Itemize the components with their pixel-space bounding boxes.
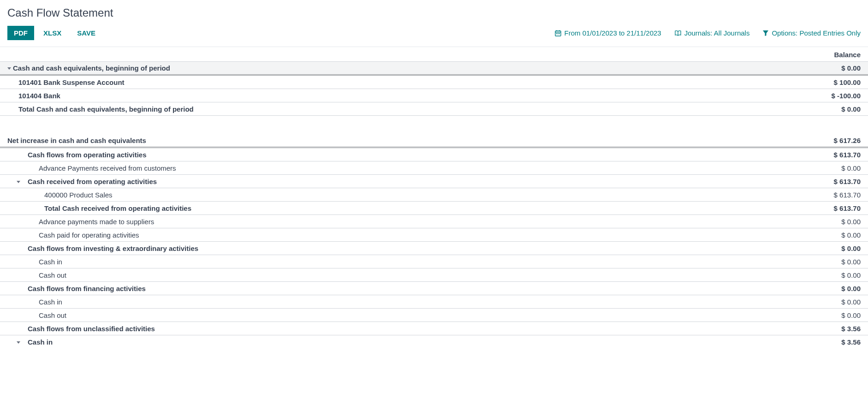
svg-rect-6 <box>559 33 560 34</box>
row-unclassified[interactable]: Cash flows from unclassified activities … <box>0 322 868 335</box>
row-value: $ 613.70 <box>834 151 861 159</box>
options-filter[interactable]: Options: Posted Entries Only <box>762 29 861 37</box>
row-label: Advance payments made to suppliers <box>17 218 154 226</box>
row-beginning-total: Total Cash and cash equivalents, beginni… <box>0 102 868 116</box>
row-bank-suspense[interactable]: 101401 Bank Suspense Account $ 100.00 <box>0 76 868 89</box>
row-inv-cash-in[interactable]: Cash in $ 0.00 <box>0 255 868 268</box>
row-label: Total Cash and cash equivalents, beginni… <box>18 105 194 113</box>
funnel-icon <box>762 30 769 36</box>
row-value: $ 0.00 <box>841 285 861 292</box>
caret-down-icon <box>17 341 20 344</box>
row-label: Cash out <box>17 311 66 319</box>
row-product-sales[interactable]: 400000 Product Sales $ 613.70 <box>0 188 868 202</box>
row-label: Cash paid for operating activities <box>17 231 139 239</box>
save-button[interactable]: SAVE <box>71 26 102 40</box>
row-value: $ 0.00 <box>841 244 861 252</box>
row-label: Cash out <box>17 271 66 279</box>
toolbar: PDF XLSX SAVE From 01/01/2023 to 21/11/2… <box>0 23 868 47</box>
caret-down-icon <box>17 181 20 183</box>
row-value: $ 100.00 <box>834 78 861 86</box>
row-value: $ 613.70 <box>834 178 861 185</box>
row-bank[interactable]: 101404 Bank $ -100.00 <box>0 89 868 102</box>
row-value: $ 0.00 <box>841 271 861 279</box>
report-table: Balance Cash and cash equivalents, begin… <box>0 47 868 349</box>
row-unc-cash-in[interactable]: Cash in $ 3.56 <box>0 335 868 349</box>
row-inv-cash-out[interactable]: Cash out $ 0.00 <box>0 268 868 282</box>
svg-rect-4 <box>556 33 557 34</box>
row-label: 101401 Bank Suspense Account <box>18 78 125 86</box>
pdf-button[interactable]: PDF <box>7 26 34 40</box>
row-value: $ 0.00 <box>841 105 861 113</box>
row-value: $ 617.26 <box>834 137 861 144</box>
row-operating[interactable]: Cash flows from operating activities $ 6… <box>0 148 868 161</box>
table-header: Balance <box>0 47 868 62</box>
row-net-increase[interactable]: Net increase in cash and cash equivalent… <box>0 134 868 148</box>
row-label: 400000 Product Sales <box>17 191 113 199</box>
row-label: Cash received from operating activities <box>22 178 157 185</box>
row-adv-customers[interactable]: Advance Payments received from customers… <box>0 161 868 175</box>
row-label: Cash flows from financing activities <box>17 285 146 292</box>
journals-filter[interactable]: Journals: All Journals <box>674 29 750 37</box>
row-label: Cash flows from investing & extraordinar… <box>17 244 198 252</box>
row-label: Cash in <box>17 298 62 306</box>
date-filter-label: From 01/01/2023 to 21/11/2023 <box>565 29 661 37</box>
row-investing[interactable]: Cash flows from investing & extraordinar… <box>0 242 868 255</box>
xlsx-button[interactable]: XLSX <box>37 26 68 40</box>
row-value: $ 0.00 <box>841 164 861 172</box>
row-adv-suppliers[interactable]: Advance payments made to suppliers $ 0.0… <box>0 215 868 228</box>
row-fin-cash-out[interactable]: Cash out $ 0.00 <box>0 309 868 322</box>
toolbar-left: PDF XLSX SAVE <box>7 26 102 40</box>
row-financing[interactable]: Cash flows from financing activities $ 0… <box>0 282 868 295</box>
balance-header: Balance <box>834 51 861 59</box>
row-value: $ -100.00 <box>832 92 861 100</box>
row-label: Net increase in cash and cash equivalent… <box>7 137 146 144</box>
row-value: $ 3.56 <box>841 325 861 333</box>
row-label: Cash flows from operating activities <box>17 151 147 159</box>
row-fin-cash-in[interactable]: Cash in $ 0.00 <box>0 295 868 309</box>
row-label: 101404 Bank <box>18 92 60 100</box>
page-title: Cash Flow Statement <box>0 0 868 23</box>
row-value: $ 613.70 <box>834 191 861 199</box>
row-total-cash-received-op: Total Cash received from operating activ… <box>0 202 868 215</box>
row-value: $ 613.70 <box>834 204 861 212</box>
gap <box>0 116 868 134</box>
row-label: Cash in <box>17 258 62 266</box>
book-icon <box>674 30 682 37</box>
row-beginning[interactable]: Cash and cash equivalents, beginning of … <box>0 62 868 76</box>
row-cash-paid-op[interactable]: Cash paid for operating activities $ 0.0… <box>0 228 868 242</box>
row-cash-received-op[interactable]: Cash received from operating activities … <box>0 175 868 188</box>
row-label: Cash and cash equivalents, beginning of … <box>13 64 170 72</box>
date-filter[interactable]: From 01/01/2023 to 21/11/2023 <box>554 29 661 37</box>
row-label: Cash in <box>22 338 53 346</box>
row-value: $ 0.00 <box>841 298 861 306</box>
options-filter-label: Options: Posted Entries Only <box>772 29 861 37</box>
row-label: Cash flows from unclassified activities <box>17 325 155 333</box>
row-value: $ 3.56 <box>841 338 861 346</box>
row-value: $ 0.00 <box>841 311 861 319</box>
row-value: $ 0.00 <box>841 258 861 266</box>
row-label: Advance Payments received from customers <box>17 164 176 172</box>
svg-rect-5 <box>558 33 559 34</box>
row-value: $ 0.00 <box>841 231 861 239</box>
toolbar-right: From 01/01/2023 to 21/11/2023 Journals: … <box>554 29 861 37</box>
row-value: $ 0.00 <box>841 218 861 226</box>
row-label: Total Cash received from operating activ… <box>17 204 191 212</box>
caret-down-icon <box>7 67 11 70</box>
row-value: $ 0.00 <box>841 64 861 72</box>
calendar-icon <box>554 30 562 37</box>
journals-filter-label: Journals: All Journals <box>684 29 750 37</box>
